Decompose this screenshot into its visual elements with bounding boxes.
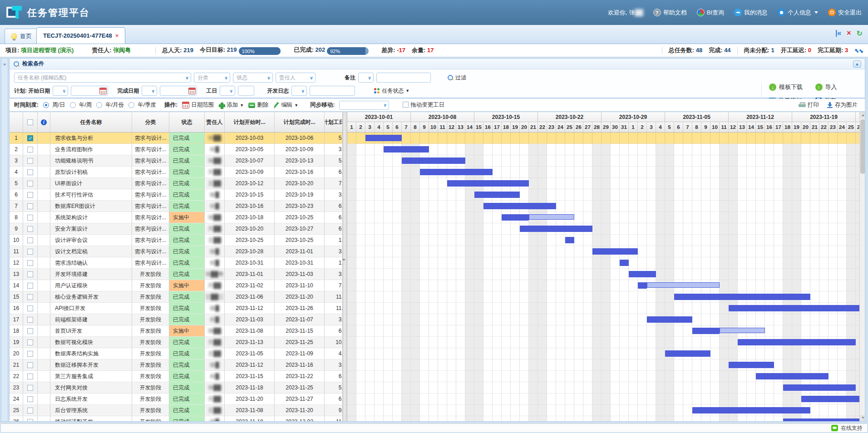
row-checkbox[interactable] (27, 203, 33, 209)
task-name-cell[interactable]: 技术可行性评估 (50, 189, 132, 200)
gantt-bar[interactable] (402, 157, 465, 164)
gantt-bar[interactable] (420, 169, 493, 175)
row-checkbox[interactable] (27, 362, 33, 368)
gantt-bar[interactable] (783, 384, 856, 391)
task-name-cell[interactable]: 数据库ER图设计 (50, 201, 132, 212)
row-checkbox-cell[interactable] (23, 223, 38, 234)
task-name-cell[interactable]: 数据迁移脚本开发 (50, 359, 132, 370)
gantt-bar[interactable] (692, 407, 810, 413)
col-select-all[interactable] (23, 112, 38, 132)
gantt-bar[interactable] (502, 214, 529, 221)
close-all-icon[interactable]: × (847, 29, 851, 38)
task-name-cell[interactable]: 第三方服务集成 (50, 371, 132, 382)
row-checkbox-cell[interactable] (23, 371, 38, 382)
row-checkbox[interactable] (27, 419, 33, 422)
row-checkbox-cell[interactable] (23, 246, 38, 257)
row-checkbox[interactable] (27, 351, 33, 357)
task-name-cell[interactable]: 原型设计初稿 (50, 167, 132, 177)
task-name-cell[interactable]: UI界面设计 (50, 178, 132, 189)
gantt-bar[interactable] (692, 328, 720, 334)
row-checkbox[interactable] (27, 147, 33, 153)
task-name-cell[interactable]: 需求收集与分析 (50, 133, 132, 143)
table-row[interactable]: 11设计文档定稿需求与设计...已完成骆█2023-10-282023-11-0… (10, 246, 343, 257)
row-checkbox-cell[interactable] (23, 189, 38, 200)
row-checkbox-cell[interactable] (23, 235, 38, 246)
date-range-button[interactable]: 日期范围 (182, 101, 214, 109)
row-checkbox-cell[interactable] (23, 314, 38, 325)
row-checkbox[interactable] (27, 408, 33, 413)
print-button[interactable]: 打印 (799, 101, 819, 109)
gantt-bar[interactable] (665, 350, 710, 357)
table-row[interactable]: 23支付网关对接开发阶段已完成张██2023-11-182023-11-255.… (10, 382, 343, 394)
table-row[interactable]: 7数据库ER图设计需求与设计...已完成何█2023-10-162023-10-… (10, 201, 343, 212)
table-row[interactable]: 9安全方案设计需求与设计...已完成方██2023-10-202023-10-2… (10, 223, 343, 235)
remark-op-select[interactable]: ∨ (358, 73, 374, 83)
task-name-cell[interactable]: 系统架构设计 (50, 212, 132, 223)
table-row[interactable]: 8系统架构设计需求与设计...实施中张██2023-10-182023-10-2… (10, 212, 343, 223)
table-row[interactable]: 3功能规格说明书需求与设计...已完成张██2023-10-072023-10-… (10, 155, 343, 167)
row-checkbox[interactable] (27, 158, 33, 164)
table-row[interactable]: 1需求收集与分析需求与设计...已完成张██2023-10-032023-10-… (10, 133, 343, 144)
gantt-bar[interactable] (756, 373, 829, 379)
panel-collapse-button[interactable]: ▲ (853, 60, 861, 68)
scrollbar-thumb[interactable] (860, 119, 865, 174)
profile-menu[interactable]: 个人信息 (778, 9, 818, 17)
task-name-cell[interactable]: 安全方案设计 (50, 223, 132, 234)
task-name-cell[interactable]: 支付网关对接 (50, 382, 132, 393)
refresh-icon[interactable]: ↻ (857, 29, 863, 38)
task-status-menu[interactable]: 任务状态 ▼ (374, 87, 409, 95)
scroll-up-icon[interactable]: ▲ (860, 112, 865, 118)
table-row[interactable]: 10设计评审会议需求与设计...已完成王██2023-10-252023-10-… (10, 235, 343, 246)
table-row[interactable]: 5UI界面设计需求与设计...已完成王██2023-10-122023-10-2… (10, 178, 343, 189)
task-name-cell[interactable]: 移动端适配开发 (50, 416, 132, 421)
import-link[interactable]: ↑导入 (815, 83, 862, 91)
bi-query-link[interactable]: BI查询 (697, 9, 724, 17)
gantt-bar[interactable] (565, 237, 574, 243)
task-name-cell[interactable]: 功能规格说明书 (50, 155, 132, 166)
save-as-image-button[interactable]: 存为图片 (827, 101, 858, 109)
table-row[interactable]: 13开发环境搭建开发阶段已完成张██粤2023-11-012023-11-033… (10, 269, 343, 280)
row-checkbox-cell[interactable] (23, 303, 38, 314)
gantt-bar[interactable] (620, 260, 629, 266)
row-checkbox[interactable] (27, 396, 33, 402)
gantt-bar[interactable] (474, 192, 520, 198)
gantt-bar[interactable] (738, 339, 856, 345)
row-checkbox[interactable] (27, 294, 33, 300)
row-checkbox[interactable] (27, 317, 33, 323)
row-checkbox[interactable] (27, 181, 33, 187)
drag-change-checkbox[interactable]: 拖动变更工日 (403, 101, 444, 109)
online-support-label[interactable]: 在线支持 (841, 424, 863, 432)
filter-button[interactable]: 过滤 (447, 74, 466, 82)
task-name-cell[interactable]: 核心业务逻辑开发 (50, 291, 132, 302)
scroll-down-icon[interactable]: ▼ (860, 415, 865, 421)
time-scale-radio-2[interactable]: 年/月份 (96, 101, 124, 109)
template-download-link[interactable]: ↓模板下载 (769, 83, 815, 91)
category-select[interactable]: 分类∨ (194, 73, 230, 83)
row-checkbox-cell[interactable] (23, 280, 38, 291)
task-name-cell[interactable]: API接口开发 (50, 303, 132, 314)
gantt-bar[interactable] (674, 294, 810, 300)
row-checkbox-cell[interactable] (23, 178, 38, 189)
gantt-bar[interactable] (729, 362, 774, 368)
row-checkbox-cell[interactable] (23, 257, 38, 268)
gantt-bar[interactable] (629, 271, 656, 277)
task-name-cell[interactable]: 设计文档定稿 (50, 246, 132, 257)
table-row[interactable]: 22第三方服务集成开发阶段已完成何█2023-11-152023-11-226.… (10, 371, 343, 382)
row-checkbox[interactable] (27, 249, 33, 255)
task-name-cell[interactable]: 需求冻结确认 (50, 257, 132, 268)
gantt-bar[interactable] (783, 418, 859, 421)
task-name-cell[interactable]: 数据可视化模块 (50, 337, 132, 348)
task-name-cell[interactable]: 开发环境搭建 (50, 269, 132, 280)
row-checkbox-cell[interactable] (23, 269, 38, 280)
row-checkbox-cell[interactable] (23, 382, 38, 393)
row-checkbox[interactable] (27, 226, 33, 232)
select-all-checkbox[interactable] (27, 119, 33, 125)
row-checkbox[interactable] (27, 135, 33, 141)
owner-select[interactable]: 责任人∨ (276, 73, 316, 83)
row-checkbox[interactable] (27, 283, 33, 289)
row-checkbox[interactable] (27, 169, 33, 175)
edit-button[interactable]: 编辑 ▼ (273, 101, 298, 109)
gantt-bar[interactable] (638, 282, 647, 289)
row-checkbox-cell[interactable] (23, 144, 38, 155)
table-row[interactable]: 15核心业务逻辑开发开发阶段已完成王██江2023-11-062023-11-2… (10, 291, 343, 303)
